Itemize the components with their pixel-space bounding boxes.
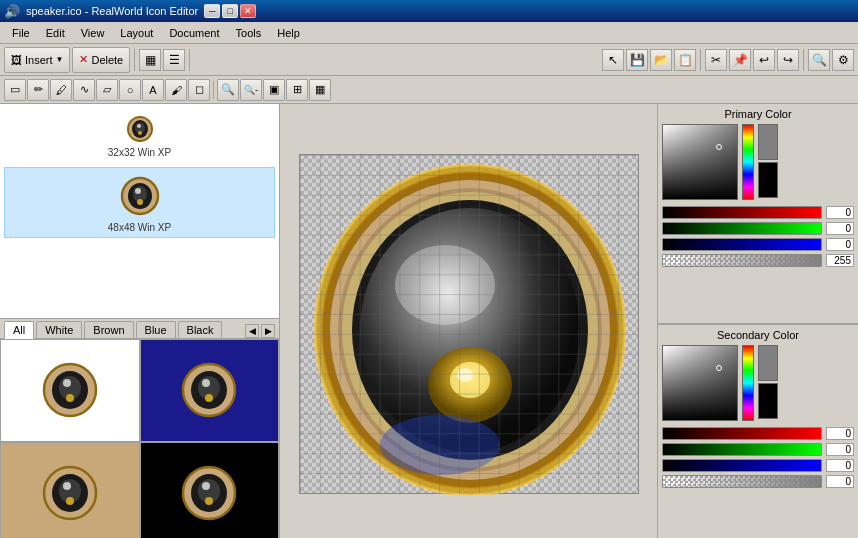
color-cell-brown[interactable]: [0, 442, 140, 539]
primary-green-slider-container[interactable]: [662, 222, 822, 235]
menu-edit[interactable]: Edit: [38, 25, 73, 41]
tab-brown[interactable]: Brown: [84, 321, 133, 338]
tab-next[interactable]: ▶: [261, 324, 275, 338]
list-view-button[interactable]: ☰: [163, 49, 185, 71]
secondary-green-value[interactable]: [826, 443, 854, 456]
svg-point-9: [135, 188, 141, 194]
svg-point-28: [66, 497, 74, 505]
icon-item-32[interactable]: 32x32 Win XP: [4, 108, 275, 163]
color-cell-black[interactable]: [140, 442, 280, 539]
primary-blue-slider[interactable]: [662, 238, 822, 251]
tool-paste[interactable]: 📌: [729, 49, 751, 71]
icon-list[interactable]: 32x32 Win XP 48x48 Win XP: [0, 104, 279, 319]
tool-pattern[interactable]: ▦: [309, 79, 331, 101]
secondary-color-picker[interactable]: [662, 345, 854, 421]
secondary-blue-value[interactable]: [826, 459, 854, 472]
left-panel: 32x32 Win XP 48x48 Win XP All: [0, 104, 280, 538]
tool-pencil[interactable]: ✏: [27, 79, 49, 101]
svg-point-22: [205, 394, 213, 402]
primary-alpha-value[interactable]: [826, 254, 854, 267]
tool-brush[interactable]: 🖊: [50, 79, 72, 101]
tool-grid2[interactable]: ⊞: [286, 79, 308, 101]
color-cell-blue[interactable]: [140, 339, 280, 442]
delete-icon: ✕: [79, 53, 88, 66]
tab-prev[interactable]: ◀: [245, 324, 259, 338]
menu-layout[interactable]: Layout: [112, 25, 161, 41]
primary-green-value[interactable]: [826, 222, 854, 235]
secondary-green-slider[interactable]: [662, 443, 822, 456]
tool-cut[interactable]: ✂: [705, 49, 727, 71]
tool-selector[interactable]: ▭: [4, 79, 26, 101]
tab-blue[interactable]: Blue: [136, 321, 176, 338]
secondary-saturation-picker[interactable]: [662, 345, 738, 421]
secondary-alpha-slider[interactable]: [662, 475, 822, 488]
icon-item-48[interactable]: 48x48 Win XP: [4, 167, 275, 238]
secondary-color-result: [758, 383, 778, 419]
tool-zoom-in[interactable]: 🔍: [808, 49, 830, 71]
color-grid: [0, 339, 279, 538]
secondary-blue-slider[interactable]: [662, 459, 822, 472]
primary-green-slider[interactable]: [662, 222, 822, 235]
insert-dropdown-icon[interactable]: ▼: [56, 55, 64, 64]
secondary-red-slider-container[interactable]: [662, 427, 822, 440]
window-controls: ─ □ ✕: [204, 4, 256, 18]
primary-red-slider[interactable]: [662, 206, 822, 219]
secondary-red-value[interactable]: [826, 427, 854, 440]
primary-alpha-slider[interactable]: [662, 254, 822, 267]
delete-button[interactable]: ✕ Delete: [72, 47, 130, 73]
tool-ellipse[interactable]: ○: [119, 79, 141, 101]
menu-file[interactable]: File: [4, 25, 38, 41]
primary-hue-slider[interactable]: [742, 124, 754, 200]
tool-open[interactable]: 📂: [650, 49, 672, 71]
tool-select[interactable]: ↖: [602, 49, 624, 71]
tool-fill[interactable]: 🖌: [165, 79, 187, 101]
close-button[interactable]: ✕: [240, 4, 256, 18]
secondary-alpha-value[interactable]: [826, 475, 854, 488]
tool-zoom-in2[interactable]: 🔍: [217, 79, 239, 101]
menu-bar: File Edit View Layout Document Tools Hel…: [0, 22, 858, 44]
tab-black[interactable]: Black: [178, 321, 223, 338]
secondary-blue-slider-container[interactable]: [662, 459, 822, 472]
primary-blue-slider-container[interactable]: [662, 238, 822, 251]
tool-zoom-out[interactable]: 🔍-: [240, 79, 262, 101]
tool-text[interactable]: A: [142, 79, 164, 101]
toolbar-separator-2: [189, 49, 190, 71]
menu-help[interactable]: Help: [269, 25, 308, 41]
primary-color-result: [758, 162, 778, 198]
maximize-button[interactable]: □: [222, 4, 238, 18]
tool-settings[interactable]: ⚙: [832, 49, 854, 71]
secondary-hue-slider[interactable]: [742, 345, 754, 421]
secondary-red-slider[interactable]: [662, 427, 822, 440]
tool-rect[interactable]: ▱: [96, 79, 118, 101]
insert-button[interactable]: 🖼 Insert ▼: [4, 47, 70, 73]
svg-point-16: [66, 394, 74, 402]
canvas-area[interactable]: [280, 104, 658, 538]
tool-copy[interactable]: 📋: [674, 49, 696, 71]
menu-view[interactable]: View: [73, 25, 113, 41]
tool-redo[interactable]: ↪: [777, 49, 799, 71]
primary-red-slider-container[interactable]: [662, 206, 822, 219]
secondary-alpha-slider-container[interactable]: [662, 475, 822, 488]
tool-grid[interactable]: ▣: [263, 79, 285, 101]
tab-all[interactable]: All: [4, 321, 34, 339]
primary-alpha-slider-container[interactable]: [662, 254, 822, 267]
grid-view-button[interactable]: ▦: [139, 49, 161, 71]
primary-blue-value[interactable]: [826, 238, 854, 251]
tool-curve[interactable]: ∿: [73, 79, 95, 101]
secondary-green-slider-container[interactable]: [662, 443, 822, 456]
icon-thumb-32: [124, 113, 156, 145]
tool-save[interactable]: 💾: [626, 49, 648, 71]
minimize-button[interactable]: ─: [204, 4, 220, 18]
primary-color-picker[interactable]: [662, 124, 854, 200]
tool-eraser[interactable]: ◻: [188, 79, 210, 101]
insert-label: Insert: [25, 54, 53, 66]
tab-white[interactable]: White: [36, 321, 82, 338]
menu-document[interactable]: Document: [161, 25, 227, 41]
color-cell-white[interactable]: [0, 339, 140, 442]
tool-undo[interactable]: ↩: [753, 49, 775, 71]
menu-tools[interactable]: Tools: [228, 25, 270, 41]
primary-color-title: Primary Color: [662, 108, 854, 120]
primary-color-preview: [758, 124, 778, 160]
primary-saturation-picker[interactable]: [662, 124, 738, 200]
primary-red-value[interactable]: [826, 206, 854, 219]
